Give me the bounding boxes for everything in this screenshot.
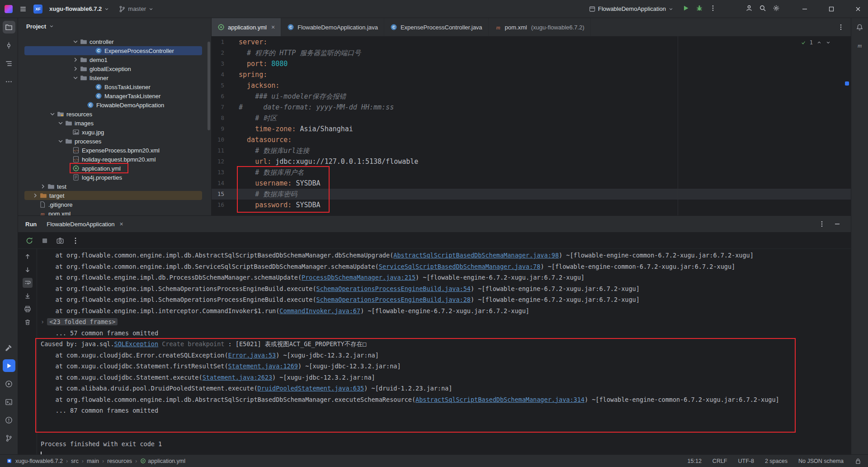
dump-threads-icon[interactable] <box>56 237 64 245</box>
project-toolwindow-button[interactable] <box>3 21 15 33</box>
structure-toolwindow-button[interactable] <box>3 57 15 70</box>
close-tab-icon[interactable]: × <box>120 220 123 228</box>
tree-item-target[interactable]: target <box>18 191 211 200</box>
hide-panel-icon[interactable] <box>834 220 841 228</box>
code-area[interactable]: server: # 程序的 HTTP 服务器监听的端口号 port: 8080s… <box>232 36 418 215</box>
breadcrumb-item[interactable]: src <box>71 458 79 464</box>
tree-item-xugu-jpg[interactable]: xugu.jpg <box>18 128 211 137</box>
stack-trace-link[interactable]: ServiceSqlScriptBasedDbSchemaManager.jav… <box>379 263 541 270</box>
code-editor[interactable]: 12345678910111213141516 server: # 程序的 HT… <box>212 36 851 215</box>
lock-icon[interactable] <box>854 457 862 465</box>
services-toolwindow-button[interactable] <box>3 377 15 390</box>
run-tab-flowabledemoapplication[interactable]: FlowableDemoApplication × <box>47 220 123 228</box>
print-icon[interactable] <box>23 304 33 314</box>
breadcrumb-item[interactable]: resources <box>107 458 132 464</box>
tab-application-yml[interactable]: application.yml × <box>212 18 281 36</box>
tree-item-flowabledemoapplication[interactable]: CFlowableDemoApplication <box>18 100 211 110</box>
chevron-collapsed-icon[interactable] <box>39 183 47 190</box>
tree-item-controller[interactable]: controller <box>18 37 211 46</box>
stack-trace-link[interactable]: DruidPooledStatement.java:635 <box>258 385 364 392</box>
tab-flowabledemoapplication-java[interactable]: C FlowableDemoApplication.java <box>281 18 384 36</box>
chevron-collapsed-icon[interactable] <box>32 192 39 199</box>
toolbar-more-icon[interactable] <box>71 237 80 245</box>
debug-button[interactable] <box>696 5 703 13</box>
problems-toolwindow-button[interactable] <box>3 414 15 426</box>
next-issue-icon[interactable] <box>826 40 831 45</box>
version-control-toolwindow-button[interactable] <box>3 432 15 444</box>
json-schema-widget[interactable]: No JSON schema <box>798 458 844 464</box>
console-output[interactable]: at org.flowable.common.engine.impl.db.Ab… <box>37 249 851 454</box>
terminal-toolwindow-button[interactable] <box>3 396 15 408</box>
main-menu-button[interactable] <box>17 4 29 14</box>
tree-item-bosstasklistener[interactable]: CBossTaskListener <box>18 82 211 91</box>
tree-item-images[interactable]: images <box>18 119 211 128</box>
tree-item-pom-xml[interactable]: mpom.xml <box>18 209 211 215</box>
project-name-button[interactable]: xugu-flowable6.7.2 <box>47 4 112 14</box>
encoding-widget[interactable]: UTF-8 <box>738 458 754 464</box>
run-button[interactable] <box>682 5 689 13</box>
tree-item-managertasklistener[interactable]: CManagerTaskListener <box>18 91 211 100</box>
tree-item-listener[interactable]: listener <box>18 73 211 82</box>
stack-trace-link[interactable]: CommandInvoker.java:67 <box>279 307 360 315</box>
panel-options-icon[interactable] <box>818 220 826 228</box>
maximize-button[interactable] <box>821 0 841 18</box>
search-everywhere-button[interactable] <box>759 5 766 13</box>
build-toolwindow-button[interactable] <box>3 341 15 354</box>
commit-toolwindow-button[interactable] <box>3 39 15 52</box>
tab-options-icon[interactable] <box>837 24 844 31</box>
stack-trace-link[interactable]: AbstractSqlScriptBasedDbSchemaManager.ja… <box>415 396 585 403</box>
maven-toolwindow-button[interactable]: m <box>854 39 866 52</box>
scroll-to-end-icon[interactable] <box>23 291 33 301</box>
stack-trace-link[interactable]: SchemaOperationsProcessEngineBuild.java:… <box>316 285 471 292</box>
rerun-icon[interactable] <box>25 237 33 245</box>
more-toolwindows-button[interactable] <box>3 75 15 88</box>
tree-item-application-yml[interactable]: application.yml <box>18 164 211 173</box>
git-branch-button[interactable]: master <box>116 4 156 14</box>
stack-trace-link[interactable]: Statement.java:2623 <box>203 374 272 381</box>
code-with-me-button[interactable] <box>745 5 753 13</box>
clear-console-icon[interactable] <box>23 317 33 327</box>
minimize-button[interactable] <box>794 0 815 18</box>
tab-expenseprocesscontroller-java[interactable]: C ExpenseProcessController.java <box>384 18 489 36</box>
breadcrumb-item[interactable]: xugu-flowable6.7.2 <box>15 458 63 464</box>
prev-issue-icon[interactable] <box>816 40 822 45</box>
chevron-collapsed-icon[interactable] <box>72 56 79 63</box>
run-toolwindow-button[interactable] <box>3 359 15 372</box>
chevron-expanded-icon[interactable] <box>57 119 64 127</box>
line-ending-widget[interactable]: CRLF <box>712 458 727 464</box>
tree-item-holiday-request-bpmn20-xml[interactable]: </>holiday-request.bpmn20.xml <box>18 155 211 164</box>
caret-position-widget[interactable]: 15:12 <box>688 458 702 464</box>
tree-item--gitignore[interactable]: .gitignore <box>18 200 211 209</box>
inspections-widget[interactable]: 1 <box>801 39 831 46</box>
project-panel-header[interactable]: Project <box>18 18 211 34</box>
more-actions-button[interactable] <box>709 5 717 13</box>
settings-button[interactable] <box>773 5 780 13</box>
stack-trace-link[interactable]: AbstractSqlScriptBasedDbSchemaManager.ja… <box>393 252 559 259</box>
stack-trace-link[interactable]: Error.java:53 <box>228 352 276 359</box>
stack-trace-link[interactable]: SchemaOperationsProcessEngineBuild.java:… <box>316 296 471 303</box>
close-window-button[interactable] <box>848 0 868 18</box>
breadcrumb-item[interactable]: main <box>87 458 99 464</box>
fold-expander-icon[interactable]: › <box>41 318 44 325</box>
stack-trace-link[interactable]: Statement.java:1269 <box>228 362 298 370</box>
close-tab-icon[interactable]: × <box>271 24 275 31</box>
tree-item-expenseprocesscontroller[interactable]: CExpenseProcessController <box>18 46 211 55</box>
tree-item-resources[interactable]: resources <box>18 110 211 119</box>
tree-item-expenseprocess-bpmn20-xml[interactable]: </>ExpenseProcess.bpmn20.xml <box>18 146 211 155</box>
chevron-collapsed-icon[interactable] <box>72 65 79 72</box>
down-the-stack-icon[interactable] <box>23 265 33 275</box>
project-scrollbar[interactable] <box>208 42 210 130</box>
stop-icon[interactable] <box>41 237 49 245</box>
notifications-button[interactable] <box>854 21 866 33</box>
tree-item-log4j-properties[interactable]: log4j.properties <box>18 173 211 182</box>
soft-wrap-icon[interactable] <box>23 278 33 288</box>
tree-item-processes[interactable]: processes <box>18 137 211 146</box>
stack-trace-link[interactable]: SQLException <box>114 340 159 348</box>
stack-trace-link[interactable]: ProcessDbSchemaManager.java:215 <box>302 274 415 281</box>
tree-item-globalexception[interactable]: globalException <box>18 64 211 73</box>
up-the-stack-icon[interactable] <box>23 252 33 262</box>
tab-pom-xml[interactable]: m pom.xml (xugu-flowable6.7.2) <box>489 18 591 36</box>
chevron-expanded-icon[interactable] <box>72 38 79 45</box>
run-config-selector[interactable]: FlowableDemoApplication <box>586 4 676 14</box>
indent-widget[interactable]: 2 spaces <box>765 458 788 464</box>
